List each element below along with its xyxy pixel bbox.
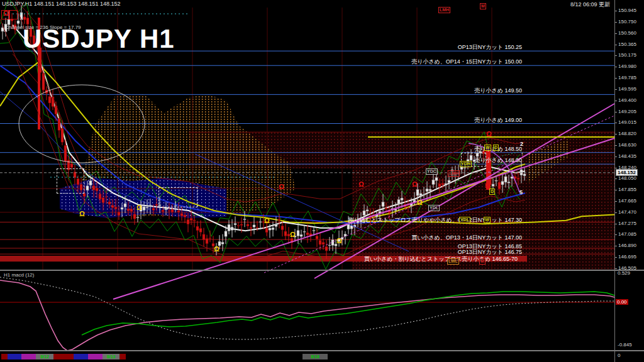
marker-box-d: D [493,145,499,151]
candle-body [441,184,444,185]
marker-box-d: D [489,189,495,195]
axis-tickmark [615,11,617,11]
candle-body [190,218,192,220]
candle-body [319,240,321,244]
marker-box-lwl: LWL [447,258,459,265]
candle-body [250,228,252,229]
axis-tickmark [615,201,617,202]
candle-body [438,184,441,187]
marker-box-lmh: LMH [448,170,460,177]
candle-body [303,231,306,232]
chart-canvas[interactable] [0,0,644,362]
candle-body [366,210,369,211]
axis-tickmark [615,224,617,224]
cycle-arc [19,85,145,163]
axis-tick-label: 147.470 [618,209,636,215]
candle-body [259,222,262,222]
signal-omega-yellow: Ω [290,231,296,238]
candle-body [316,236,318,239]
candle-body [171,210,174,212]
level-annotation: 買い小さめ、OP13・14日NYカット 147.00 [411,234,522,242]
candle-body [45,90,48,93]
axis-tickmark [615,123,617,123]
price-axis[interactable]: 150.945150.750150.560150.365150.175149.9… [614,0,644,362]
axis-tickmark [615,257,617,258]
signal-omega-red: Ω [3,10,9,17]
symbol-watermark: USDJPY H1 [23,24,175,54]
axis-tickmark [615,156,617,157]
candle-body [498,182,501,189]
candle-body [256,228,258,228]
candle-body [177,211,180,212]
candle-body [269,228,271,230]
signal-omega-yellow: Ω [336,238,342,244]
candle-body [193,220,196,221]
candle-body [464,168,466,168]
candle-body [133,214,136,219]
signal-omega-yellow: Ω [417,199,423,206]
axis-tickmark [615,67,617,67]
axis-tick-label: 150.175 [618,52,636,58]
candle-body [240,224,243,226]
candle-body [445,184,447,185]
candle-body [429,189,431,190]
candle-body [99,194,101,199]
signal-omega-red: Ω [279,184,284,190]
candle-body [517,178,519,179]
axis-tickmark [615,78,617,79]
candle-body [108,202,111,204]
candle-body [385,208,387,209]
axis-tick-label: 148.820 [618,131,636,136]
axis-tick-label: 146.890 [618,243,636,248]
candle-body [379,211,381,213]
candle-body [168,211,170,211]
candle-body [281,226,284,230]
window-separator[interactable] [0,270,644,271]
candle-body [272,228,274,230]
candle-body [146,207,148,208]
signal-omega-red: Ω [486,131,492,138]
candle-body [136,217,139,218]
candle-body [523,174,526,176]
candle-body [86,186,89,190]
band-annotation: 買い小さめ・割り込むとストップロス売り小さめ 146.65-70 [364,255,518,263]
axis-tick-label: 148.050 [618,175,636,181]
axis-corner-label: 0 [618,353,620,358]
axis-tick-label: 147.275 [618,221,636,226]
pattern-box [57,168,84,194]
symbol-ohlc-readout: USDJPY,H1 148.151 148.153 148.151 148.15… [2,1,121,7]
chart-number-label: ↑ [521,151,524,157]
candle-body [388,211,391,213]
envelope-lower [13,54,525,260]
candle-body [199,228,202,232]
candle-body [514,177,516,178]
level-annotation: 売り小さめ、OP14・15日NYカット 150.00 [411,58,522,66]
candle-body [520,170,523,175]
candle-body [96,188,98,191]
candle-body [187,220,189,224]
candle-body [105,197,108,197]
candle-body [247,224,249,226]
chart-number-label: 2 [520,141,523,147]
trendline [264,116,614,273]
candle-body [391,209,394,210]
axis-tick-label: 148.435 [618,153,636,159]
candle-body [130,209,133,211]
candle-body [492,184,494,186]
ma-yellow [0,63,525,224]
candle-body [48,97,51,103]
axis-tick-label: 149.400 [618,97,636,103]
candle-body [435,178,438,181]
candle-body [401,198,403,200]
macd-indicator-label: H1 macd (12) [4,272,34,278]
chart-number-label: 5 [519,189,523,195]
signal-omega-yellow: Ω [214,246,219,253]
candle-body [20,13,23,19]
candle-body [265,228,268,233]
level-annotation: 割り込むとストップロス売りやや小さめ、OP12日NYカット 147.30 [348,216,522,224]
candle-body [149,206,152,207]
axis-tick-label: 149.980 [618,63,636,69]
trendline [195,154,409,251]
candle-body [504,177,507,182]
time-axis[interactable]: 8/128/138/16 [0,351,614,361]
